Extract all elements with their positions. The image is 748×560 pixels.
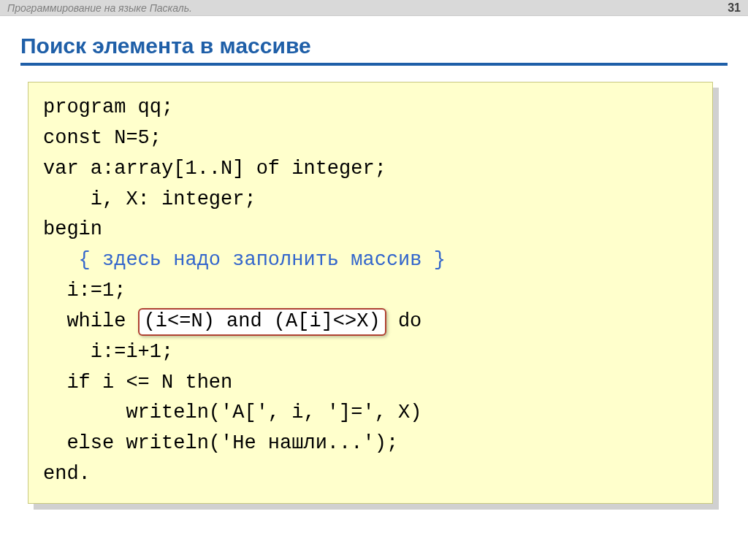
code-line: if i <= N then xyxy=(43,368,698,399)
code-example: program qq; const N=5; var a:array[1..N]… xyxy=(28,82,713,504)
code-line: var a:array[1..N] of integer; xyxy=(43,154,698,185)
code-line: begin xyxy=(43,215,698,245)
code-line: i:=1; xyxy=(43,276,698,307)
slide-title: Поиск элемента в массиве xyxy=(20,34,728,66)
code-line: const N=5; xyxy=(43,123,698,154)
header-bar: Программирование на языке Паскаль. 31 xyxy=(0,0,748,16)
slide-content: Поиск элемента в массиве program qq; con… xyxy=(0,16,748,504)
code-highlight-line: while (i<=N) and (A[i]<>X) do xyxy=(43,307,698,337)
code-text: while xyxy=(43,310,138,332)
code-line: end. xyxy=(43,459,698,490)
code-block: program qq; const N=5; var a:array[1..N]… xyxy=(28,82,713,504)
page-number: 31 xyxy=(728,1,741,15)
code-line: i, X: integer; xyxy=(43,185,698,215)
code-line: writeln('A[', i, ']=', X) xyxy=(43,398,698,429)
code-line: i:=i+1; xyxy=(43,337,698,368)
code-text: do xyxy=(386,310,422,332)
highlight-condition: (i<=N) and (A[i]<>X) xyxy=(138,308,386,336)
header-title: Программирование на языке Паскаль. xyxy=(7,2,192,14)
code-comment: { здесь надо заполнить массив } xyxy=(43,245,698,276)
code-line: program qq; xyxy=(43,93,698,123)
code-line: else writeln('Не нашли...'); xyxy=(43,429,698,459)
